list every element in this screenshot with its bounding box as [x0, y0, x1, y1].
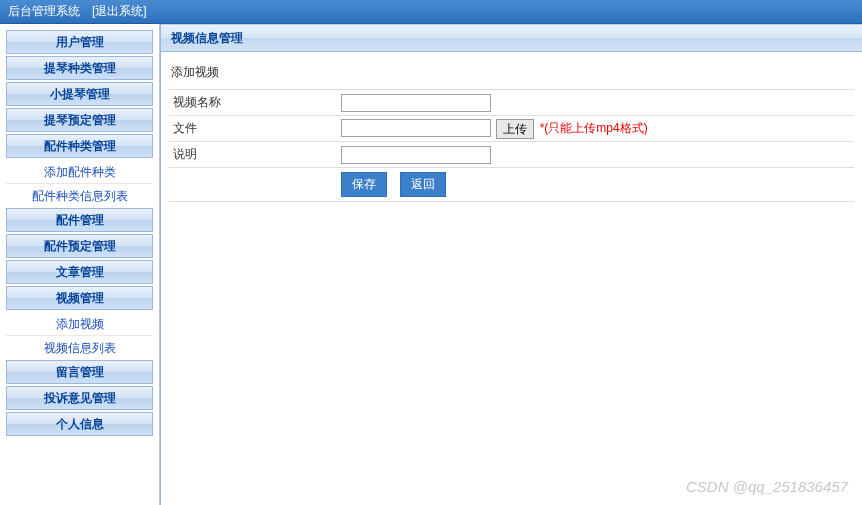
sidebar-item-parts-type-mgmt[interactable]: 配件种类管理 [6, 134, 153, 158]
sidebar-sub-add-video[interactable]: 添加视频 [6, 312, 153, 336]
sidebar-sub-video-list[interactable]: 视频信息列表 [6, 336, 153, 360]
video-name-input[interactable] [341, 94, 491, 112]
desc-label: 说明 [169, 142, 337, 168]
panel-body: 添加视频 视频名称 文件 上传 *(只能上传mp4格式) [161, 52, 862, 505]
save-button[interactable]: 保存 [341, 172, 387, 197]
sidebar-item-violin-reserve-mgmt[interactable]: 提琴预定管理 [6, 108, 153, 132]
back-button[interactable]: 返回 [400, 172, 446, 197]
sidebar-item-video-mgmt[interactable]: 视频管理 [6, 286, 153, 310]
section-title: 添加视频 [169, 64, 854, 81]
file-label: 文件 [169, 116, 337, 142]
sidebar-item-message-mgmt[interactable]: 留言管理 [6, 360, 153, 384]
sidebar-item-parts-mgmt[interactable]: 配件管理 [6, 208, 153, 232]
file-hint: *(只能上传mp4格式) [540, 121, 648, 135]
panel-title: 视频信息管理 [161, 24, 862, 52]
sidebar-item-profile[interactable]: 个人信息 [6, 412, 153, 436]
sidebar-item-complaint-mgmt[interactable]: 投诉意见管理 [6, 386, 153, 410]
sidebar-item-violin-mgmt[interactable]: 小提琴管理 [6, 82, 153, 106]
desc-input[interactable] [341, 146, 491, 164]
app-title: 后台管理系统 [8, 3, 80, 20]
upload-button[interactable]: 上传 [496, 119, 534, 139]
sidebar-item-user-mgmt[interactable]: 用户管理 [6, 30, 153, 54]
sidebar-sub-parts-type-list[interactable]: 配件种类信息列表 [6, 184, 153, 208]
container: 用户管理 提琴种类管理 小提琴管理 提琴预定管理 配件种类管理 添加配件种类 配… [0, 24, 862, 505]
sidebar: 用户管理 提琴种类管理 小提琴管理 提琴预定管理 配件种类管理 添加配件种类 配… [0, 24, 160, 505]
sidebar-sub-add-parts-type[interactable]: 添加配件种类 [6, 160, 153, 184]
sidebar-item-parts-reserve-mgmt[interactable]: 配件预定管理 [6, 234, 153, 258]
app-header: 后台管理系统 [退出系统] [0, 0, 862, 24]
sidebar-item-article-mgmt[interactable]: 文章管理 [6, 260, 153, 284]
sidebar-item-violin-type-mgmt[interactable]: 提琴种类管理 [6, 56, 153, 80]
form-table: 视频名称 文件 上传 *(只能上传mp4格式) 说明 [169, 89, 854, 202]
video-name-label: 视频名称 [169, 90, 337, 116]
file-input[interactable] [341, 119, 491, 137]
main-panel: 视频信息管理 添加视频 视频名称 文件 上传 *(只能上传mp4格式) [160, 24, 862, 505]
logout-link[interactable]: [退出系统] [92, 3, 147, 20]
